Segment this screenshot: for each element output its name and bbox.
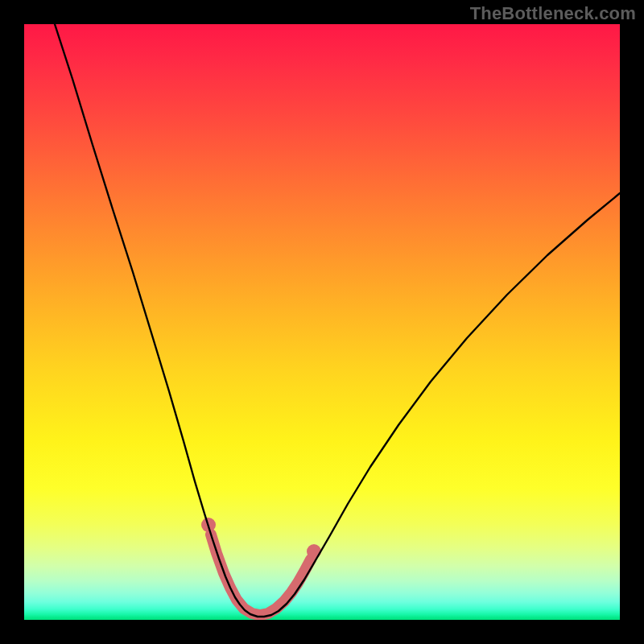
plot-area [24,24,620,620]
watermark-text: TheBottleneck.com [470,3,636,24]
valley-highlight [211,535,311,615]
valley-dot-top-right [307,544,321,559]
chart-frame: TheBottleneck.com [0,0,644,644]
curve-layer [24,24,620,620]
bottleneck-curve [55,24,620,617]
